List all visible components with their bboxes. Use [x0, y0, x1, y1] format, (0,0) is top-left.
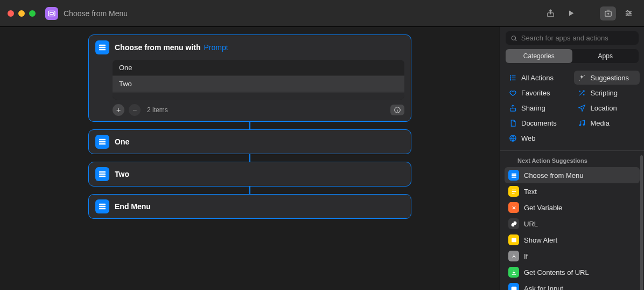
- music-icon: [578, 119, 586, 127]
- library-toggle-button[interactable]: [600, 6, 616, 20]
- category-web[interactable]: Web: [505, 131, 571, 145]
- suggestion-text[interactable]: Text: [505, 183, 640, 199]
- search-field[interactable]: [506, 31, 639, 45]
- suggestion-get-variable[interactable]: Get Variable: [505, 199, 640, 216]
- alert-icon: [508, 234, 519, 245]
- suggestion-show-alert[interactable]: Show Alert: [505, 232, 640, 248]
- library-sidebar: Categories Apps All Actions Suggestions …: [500, 27, 644, 290]
- window-title: Choose from Menu: [64, 9, 128, 18]
- menu-icon: [95, 167, 109, 181]
- heart-icon: [508, 88, 517, 97]
- svg-point-25: [579, 80, 580, 80]
- action-block-choose-from-menu[interactable]: Choose from menu with Prompt One Two + −…: [88, 34, 411, 122]
- prompt-token[interactable]: Prompt: [204, 43, 228, 52]
- category-location[interactable]: Location: [574, 101, 640, 115]
- category-label: Suggestions: [591, 74, 629, 82]
- menu-item-row[interactable]: One: [113, 60, 404, 76]
- segmented-control: Categories Apps: [506, 49, 639, 63]
- text-icon: [508, 186, 519, 197]
- category-label: Favorites: [521, 89, 550, 97]
- suggestion-if[interactable]: If: [505, 248, 640, 264]
- settings-toggle-button[interactable]: [620, 6, 636, 20]
- suggestion-label: Get Variable: [524, 204, 562, 212]
- category-suggestions[interactable]: Suggestions: [574, 71, 640, 85]
- suggestion-label: Ask for Input: [524, 285, 563, 291]
- action-block-end-menu[interactable]: End Menu: [88, 194, 411, 219]
- svg-point-26: [579, 91, 580, 91]
- link-icon: [508, 218, 519, 229]
- workflow-canvas[interactable]: Choose from menu with Prompt One Two + −…: [0, 27, 500, 290]
- menu-item-blank-row[interactable]: [113, 92, 404, 100]
- svg-rect-33: [512, 175, 516, 176]
- svg-point-23: [510, 79, 510, 80]
- connector-line: [249, 187, 250, 194]
- suggestion-ask-for-input[interactable]: Ask for Input: [505, 280, 640, 290]
- branch-icon: [508, 251, 519, 261]
- fullscreen-window-button[interactable]: [29, 10, 36, 17]
- suggestion-url[interactable]: URL: [505, 216, 640, 232]
- menu-items-count: 2 items: [147, 106, 168, 114]
- share-button[interactable]: [543, 6, 558, 21]
- scrollbar-thumb[interactable]: [640, 155, 643, 290]
- menu-icon: [95, 199, 109, 213]
- svg-rect-13: [99, 143, 106, 145]
- minimize-window-button[interactable]: [18, 10, 25, 17]
- svg-rect-9: [99, 49, 106, 51]
- suggestion-choose-from-menu[interactable]: Choose from Menu: [505, 167, 640, 183]
- remove-menu-item-button[interactable]: −: [129, 104, 141, 116]
- category-sharing[interactable]: Sharing: [505, 101, 571, 115]
- svg-point-6: [626, 15, 628, 16]
- category-all-actions[interactable]: All Actions: [505, 71, 571, 85]
- svg-rect-16: [99, 176, 106, 177]
- svg-point-22: [510, 77, 510, 78]
- svg-point-29: [579, 125, 581, 126]
- action-block-branch-one[interactable]: One: [88, 129, 411, 154]
- category-scripting[interactable]: Scripting: [574, 86, 640, 100]
- suggestion-label: URL: [524, 220, 538, 228]
- svg-point-24: [584, 75, 585, 76]
- svg-rect-18: [99, 206, 106, 208]
- menu-icon: [95, 40, 109, 54]
- run-button[interactable]: [563, 6, 578, 21]
- block-info-button[interactable]: [390, 105, 404, 115]
- category-media[interactable]: Media: [574, 116, 640, 130]
- segment-categories[interactable]: Categories: [506, 49, 572, 63]
- suggestion-label: Get Contents of URL: [524, 268, 589, 277]
- svg-rect-0: [48, 11, 55, 16]
- globe-icon: [508, 134, 517, 142]
- action-block-branch-two[interactable]: Two: [88, 162, 411, 187]
- menu-item-row[interactable]: Two: [113, 76, 404, 92]
- category-label: Documents: [521, 119, 557, 127]
- svg-rect-32: [512, 173, 516, 174]
- variable-icon: [508, 202, 519, 213]
- category-documents[interactable]: Documents: [505, 116, 571, 130]
- close-window-button[interactable]: [8, 10, 14, 17]
- block-title: End Menu: [115, 202, 151, 211]
- category-label: Scripting: [591, 89, 618, 97]
- search-input[interactable]: [521, 34, 634, 42]
- document-icon: [508, 119, 517, 127]
- svg-point-5: [629, 12, 631, 14]
- suggestion-get-contents-of-url[interactable]: Get Contents of URL: [505, 264, 640, 280]
- location-icon: [578, 103, 586, 112]
- menu-icon: [508, 170, 519, 181]
- add-menu-item-button[interactable]: +: [113, 104, 124, 116]
- svg-rect-12: [99, 141, 106, 143]
- sparkle-icon: [578, 73, 586, 82]
- svg-point-21: [510, 75, 510, 76]
- shortcut-app-icon: [45, 7, 58, 20]
- block-title: Choose from menu with: [115, 43, 200, 52]
- category-label: Media: [591, 119, 610, 127]
- svg-rect-36: [512, 287, 516, 290]
- svg-rect-17: [99, 204, 106, 205]
- suggestions-section: Next Action Suggestions Choose from Menu…: [500, 150, 644, 290]
- category-favorites[interactable]: Favorites: [505, 86, 571, 100]
- svg-rect-11: [99, 139, 106, 141]
- download-icon: [508, 267, 519, 278]
- svg-rect-35: [512, 238, 516, 242]
- category-label: Location: [591, 104, 617, 112]
- svg-point-20: [512, 36, 515, 39]
- segment-apps[interactable]: Apps: [572, 49, 639, 63]
- search-icon: [510, 34, 517, 42]
- connector-line: [249, 122, 250, 129]
